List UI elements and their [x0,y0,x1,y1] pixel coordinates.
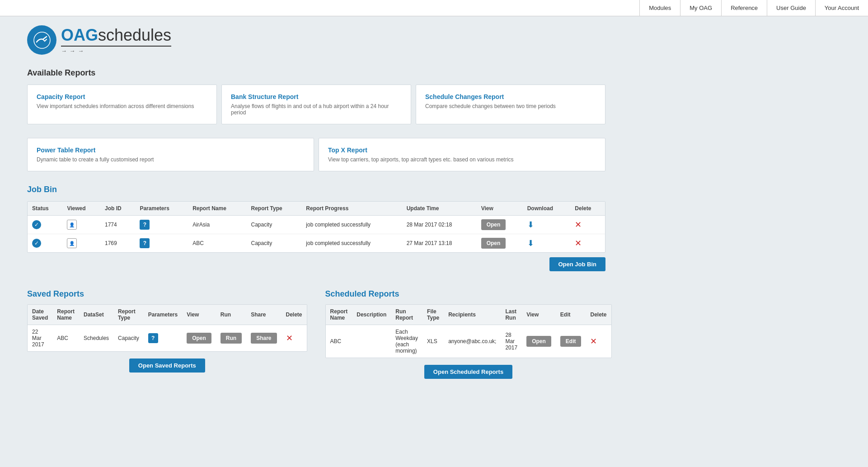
bank-structure-report-card[interactable]: Bank Structure Report Analyse flows of f… [221,85,411,124]
sr-run-button[interactable]: Run [221,333,242,344]
sr-open-button[interactable]: Open [187,333,211,344]
row1-open-button[interactable]: Open [481,219,506,230]
nav-user-guide[interactable]: User Guide [767,0,815,16]
sr-col-share: Share [246,305,281,325]
scr-row1-edit[interactable]: Edit [556,325,586,358]
logo-icon [27,25,56,55]
params-icon[interactable]: ? [140,220,150,230]
sr-col-view: View [182,305,216,325]
row2-view[interactable]: Open [477,234,523,253]
open-saved-reports-button[interactable]: Open Saved Reports [129,359,205,373]
col-download: Download [523,202,571,216]
sr-row1-name: ABC [52,325,79,352]
status-check-icon: ✓ [32,220,41,229]
row2-report-name: ABC [188,234,246,253]
sr-col-run: Run [216,305,246,325]
open-scheduled-reports-button[interactable]: Open Scheduled Reports [424,365,512,379]
logo-area: OAGschedules → → → [27,25,605,55]
sr-row1-params[interactable]: ? [144,325,182,352]
scr-col-view: View [522,305,556,325]
col-job-id: Job ID [100,202,135,216]
nav-reference[interactable]: Reference [721,0,767,16]
row2-update-time: 27 Mar 2017 13:18 [402,234,477,253]
row1-download[interactable]: ⬇ [523,216,571,234]
sr-delete-icon[interactable]: ✕ [286,334,293,343]
table-row: ABC Each Weekday (each morning) XLS anyo… [326,325,611,358]
scr-col-name: Report Name [326,305,352,325]
reports-grid-top: Capacity Report View important schedules… [27,85,605,124]
schedule-changes-report-card[interactable]: Schedule Changes Report Compare schedule… [416,85,605,124]
col-viewed: Viewed [62,202,100,216]
scheduled-reports-title: Scheduled Reports [325,289,612,299]
sr-col-dataset: DataSet [79,305,113,325]
sr-row1-run[interactable]: Run [216,325,246,352]
col-update-time: Update Time [402,202,477,216]
sr-row1-date: 22 Mar 2017 [28,325,52,352]
download-icon[interactable]: ⬇ [527,220,534,229]
logo-text: OAGschedules [61,26,171,45]
delete-icon[interactable]: ✕ [575,220,582,229]
row2-delete[interactable]: ✕ [570,234,605,253]
scr-row1-view[interactable]: Open [522,325,556,358]
row1-delete[interactable]: ✕ [570,216,605,234]
sr-row1-view[interactable]: Open [182,325,216,352]
col-parameters: Parameters [135,202,188,216]
sr-col-name: Report Name [52,305,79,325]
top-x-report-desc: View top carriers, top airports, top air… [328,156,596,163]
col-delete: Delete [570,202,605,216]
bottom-sections: Saved Reports Date Saved Report Name Dat… [27,289,605,381]
scr-col-delete: Delete [586,305,611,325]
power-table-report-card[interactable]: Power Table Report Dynamic table to crea… [27,138,314,171]
row1-report-progress: job completed successfully [301,216,402,234]
open-job-bin-button[interactable]: Open Job Bin [549,257,606,271]
col-report-name: Report Name [188,202,246,216]
sr-params-icon[interactable]: ? [148,333,158,343]
sr-col-date: Date Saved [28,305,52,325]
scheduled-reports-table: Report Name Description Run Report File … [326,305,611,358]
row2-report-type: Capacity [247,234,302,253]
row1-view[interactable]: Open [477,216,523,234]
delete-icon-2[interactable]: ✕ [575,239,582,248]
capacity-report-title: Capacity Report [37,93,207,100]
download-icon-2[interactable]: ⬇ [527,239,534,248]
nav-my-oag[interactable]: My OAG [680,0,721,16]
nav-your-account[interactable]: Your Account [815,0,868,16]
scr-row1-delete[interactable]: ✕ [586,325,611,358]
open-scheduled-reports-row: Open Scheduled Reports [325,358,612,381]
reports-grid-bottom: Power Table Report Dynamic table to crea… [27,138,605,171]
table-row: ✓ 👤 1774 ? AirAsia Capacity job complete… [28,216,605,234]
sr-row1-delete[interactable]: ✕ [282,325,307,352]
sr-row1-share[interactable]: Share [246,325,281,352]
job-bin-table: Status Viewed Job ID Parameters Report N… [28,202,605,252]
schedule-changes-report-title: Schedule Changes Report [425,93,596,100]
scr-delete-icon[interactable]: ✕ [590,337,597,346]
saved-reports-table-container: Date Saved Report Name DataSet Report Ty… [27,304,307,352]
row2-open-button[interactable]: Open [481,238,506,249]
row1-status: ✓ [28,216,62,234]
capacity-report-card[interactable]: Capacity Report View important schedules… [27,85,217,124]
row2-parameters: ? [135,234,188,253]
scheduled-reports-header-row: Report Name Description Run Report File … [326,305,611,325]
viewed-person-icon-2: 👤 [67,238,77,248]
col-status: Status [28,202,62,216]
sr-share-button[interactable]: Share [251,333,277,344]
logo-product: schedules [98,26,171,44]
scr-row1-filetype: XLS [422,325,444,358]
scr-edit-button[interactable]: Edit [560,336,582,347]
main-content: OAGschedules → → → Available Reports Cap… [0,16,633,390]
row2-download[interactable]: ⬇ [523,234,571,253]
open-saved-reports-row: Open Saved Reports [27,352,307,375]
params-icon-2[interactable]: ? [140,238,150,248]
row1-job-id: 1774 [100,216,135,234]
job-bin-title: Job Bin [27,185,605,194]
col-view: View [477,202,523,216]
table-row: 22 Mar 2017 ABC Schedules Capacity ? Ope… [28,325,307,352]
nav-modules[interactable]: Modules [639,0,680,16]
scheduled-reports-table-container: Report Name Description Run Report File … [325,304,612,358]
top-x-report-card[interactable]: Top X Report View top carriers, top airp… [319,138,605,171]
job-bin-header-row: Status Viewed Job ID Parameters Report N… [28,202,605,216]
job-bin-section: Job Bin Status Viewed Job ID Parameters … [27,185,605,276]
col-report-progress: Report Progress [301,202,402,216]
scr-open-button[interactable]: Open [526,336,551,347]
capacity-report-desc: View important schedules information acr… [37,103,207,109]
